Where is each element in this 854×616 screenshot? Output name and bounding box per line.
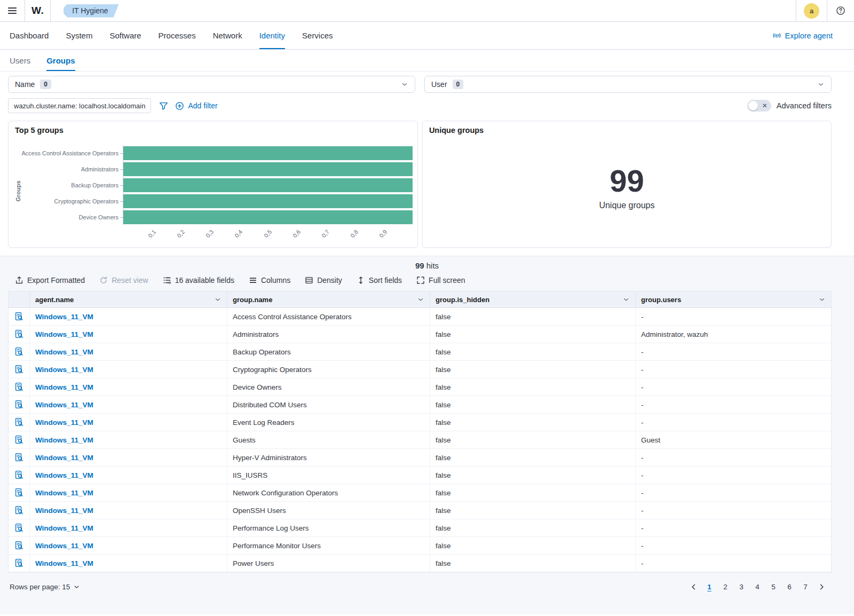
chart-bar[interactable] bbox=[123, 178, 413, 192]
16-available-fields-button[interactable]: 16 available fields bbox=[163, 276, 234, 285]
add-filter-button[interactable]: Add filter bbox=[175, 101, 217, 110]
agent-name-link[interactable]: Windows_11_VM bbox=[35, 436, 93, 444]
cluster-filter-pill[interactable]: wazuh.cluster.name: localhost.localdomai… bbox=[8, 98, 151, 113]
tab-processes[interactable]: Processes bbox=[159, 22, 196, 49]
inspect-row-button[interactable] bbox=[14, 400, 24, 409]
inspect-row-button[interactable] bbox=[14, 312, 24, 321]
full-screen-button[interactable]: Full screen bbox=[416, 276, 465, 285]
inspect-row-button[interactable] bbox=[14, 382, 24, 392]
subtab-groups[interactable]: Groups bbox=[46, 50, 75, 71]
page-button-6[interactable]: 6 bbox=[782, 580, 796, 594]
explore-agent-button[interactable]: Explore agent bbox=[772, 22, 833, 49]
next-page-button[interactable] bbox=[815, 580, 828, 594]
inspect-row-button[interactable] bbox=[14, 347, 24, 357]
toolbar-label: Density bbox=[317, 276, 342, 285]
agent-name-link[interactable]: Windows_11_VM bbox=[35, 542, 93, 550]
tab-software[interactable]: Software bbox=[109, 22, 141, 49]
agent-name-link[interactable]: Windows_11_VM bbox=[35, 330, 93, 338]
tab-network[interactable]: Network bbox=[213, 22, 242, 49]
cell-agent-name: Windows_11_VM bbox=[30, 326, 227, 343]
page-button-3[interactable]: 3 bbox=[734, 580, 748, 594]
page-button-4[interactable]: 4 bbox=[750, 580, 764, 594]
column-header-group-name[interactable]: group.name bbox=[227, 291, 430, 307]
name-filter-select[interactable]: Name0 bbox=[8, 76, 415, 93]
advanced-filters-toggle[interactable]: ✕ bbox=[747, 100, 771, 112]
density-button[interactable]: Density bbox=[305, 276, 342, 285]
filter-options-button[interactable] bbox=[159, 101, 168, 110]
cell-group-users: - bbox=[636, 378, 831, 396]
page-button-5[interactable]: 5 bbox=[766, 580, 780, 594]
agent-name-link[interactable]: Windows_11_VM bbox=[35, 366, 93, 374]
inspect-row-button[interactable] bbox=[14, 365, 24, 374]
tab-dashboard[interactable]: Dashboard bbox=[10, 22, 49, 49]
agent-name-link[interactable]: Windows_11_VM bbox=[35, 401, 93, 409]
previous-page-button[interactable] bbox=[686, 580, 700, 594]
agent-name-link[interactable]: Windows_11_VM bbox=[35, 383, 93, 391]
top-bar: W. IT Hygiene a bbox=[0, 0, 854, 22]
agent-name-link[interactable]: Windows_11_VM bbox=[35, 348, 93, 356]
inspect-row-button[interactable] bbox=[14, 417, 24, 427]
chart-bar[interactable] bbox=[123, 210, 413, 224]
cell-group-users: - bbox=[636, 519, 831, 536]
agent-name-link[interactable]: Windows_11_VM bbox=[35, 454, 93, 462]
sort-fields-button[interactable]: Sort fields bbox=[357, 276, 402, 285]
breadcrumb[interactable]: IT Hygiene bbox=[64, 4, 118, 18]
page-button-1[interactable]: 1 bbox=[702, 580, 716, 594]
chart-bar[interactable] bbox=[123, 146, 413, 160]
column-header-agent-name[interactable]: agent.name bbox=[30, 291, 227, 307]
inspect-document-icon bbox=[14, 453, 24, 462]
header-control-column bbox=[9, 291, 30, 307]
tab-services[interactable]: Services bbox=[302, 22, 333, 49]
inspect-row-button[interactable] bbox=[14, 453, 24, 462]
column-header-group-is-hidden[interactable]: group.is_hidden bbox=[430, 291, 636, 307]
inspect-row-button[interactable] bbox=[14, 541, 24, 550]
page-button-7[interactable]: 7 bbox=[798, 580, 812, 594]
app-logo[interactable]: W. bbox=[25, 0, 50, 21]
inspect-row-button[interactable] bbox=[14, 506, 24, 515]
export-formatted-button[interactable]: Export Formatted bbox=[15, 276, 85, 285]
explore-agent-icon bbox=[772, 31, 781, 40]
chevron-down-icon bbox=[214, 296, 222, 303]
menu-button[interactable] bbox=[0, 0, 25, 21]
select-label: User bbox=[431, 80, 447, 89]
rows-per-page-control[interactable]: Rows per page: 15 bbox=[10, 583, 80, 591]
agent-name-link[interactable]: Windows_11_VM bbox=[35, 471, 93, 479]
row-inspect-cell bbox=[9, 555, 30, 572]
tab-system[interactable]: System bbox=[66, 22, 92, 49]
agent-name-link[interactable]: Windows_11_VM bbox=[35, 559, 93, 567]
inspect-row-button[interactable] bbox=[14, 470, 24, 480]
inspect-row-button[interactable] bbox=[14, 558, 24, 568]
page-button-2[interactable]: 2 bbox=[718, 580, 732, 594]
column-header-group-users[interactable]: group.users bbox=[636, 291, 831, 307]
help-button[interactable] bbox=[827, 0, 854, 21]
tab-identity[interactable]: Identity bbox=[259, 22, 285, 49]
table-row: Windows_11_VMNetwork Configuration Opera… bbox=[9, 484, 831, 502]
chart-bar[interactable] bbox=[123, 194, 413, 208]
cell-group-users: - bbox=[636, 502, 831, 519]
table-row: Windows_11_VMAdministratorsfalseAdminist… bbox=[9, 326, 831, 343]
avatar[interactable]: a bbox=[804, 3, 819, 19]
cell-group-is-hidden: false bbox=[430, 378, 636, 396]
chart-category-label: Administrators bbox=[9, 166, 118, 172]
chart-bar[interactable] bbox=[123, 162, 413, 176]
rows-per-page-label: Rows per page: 15 bbox=[10, 583, 70, 591]
cell-group-name: Guests bbox=[227, 431, 430, 448]
user-filter-select[interactable]: User0 bbox=[424, 76, 832, 93]
inspect-row-button[interactable] bbox=[14, 329, 24, 339]
agent-name-link[interactable]: Windows_11_VM bbox=[35, 489, 93, 497]
inspect-row-button[interactable] bbox=[14, 523, 24, 533]
subtab-users[interactable]: Users bbox=[10, 50, 30, 71]
inspect-row-button[interactable] bbox=[14, 488, 24, 497]
inspect-document-icon bbox=[14, 558, 24, 568]
columns-button[interactable]: Columns bbox=[249, 276, 290, 285]
agent-name-link[interactable]: Windows_11_VM bbox=[35, 418, 93, 427]
cell-group-is-hidden: false bbox=[430, 431, 636, 448]
inspect-document-icon bbox=[14, 488, 24, 497]
inspect-row-button[interactable] bbox=[14, 435, 24, 445]
grid-footer: Rows per page: 15 1234567 bbox=[8, 573, 832, 594]
agent-name-link[interactable]: Windows_11_VM bbox=[35, 524, 93, 532]
row-inspect-cell bbox=[9, 431, 30, 448]
agent-name-link[interactable]: Windows_11_VM bbox=[35, 507, 93, 515]
agent-name-link[interactable]: Windows_11_VM bbox=[35, 313, 93, 321]
cell-group-is-hidden: false bbox=[430, 414, 636, 431]
